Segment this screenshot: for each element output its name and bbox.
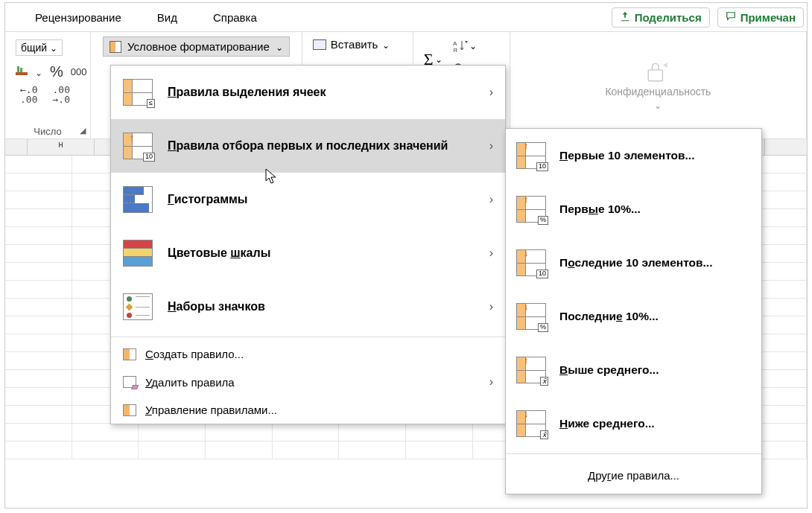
svg-rect-6 <box>649 69 663 80</box>
svg-text:Я: Я <box>453 47 457 53</box>
chevron-right-icon: › <box>489 139 493 153</box>
chevron-down-icon <box>469 39 477 57</box>
conditional-formatting-icon <box>110 41 121 53</box>
icon-sets-icon <box>123 293 153 320</box>
insert-icon <box>313 39 326 50</box>
share-button[interactable]: Поделиться <box>612 7 710 28</box>
sort-filter-button[interactable]: АЯ <box>453 39 477 57</box>
menu-new-rule[interactable]: Создать правило... <box>111 340 505 368</box>
conditional-formatting-button[interactable]: Условное форматирование <box>103 36 290 57</box>
submenu-more-rules[interactable]: Другие правила... <box>506 457 761 494</box>
chevron-down-icon <box>654 101 662 111</box>
chevron-down-icon <box>276 40 283 53</box>
svg-rect-2 <box>20 68 22 72</box>
new-rule-icon <box>123 348 136 360</box>
submenu-top-10-items[interactable]: ↑ 10 Первые 10 элементов... <box>506 129 761 182</box>
decrease-decimal-button[interactable]: .00→.0 <box>52 85 69 104</box>
svg-text:А: А <box>453 40 457 47</box>
tab-help[interactable]: Справка <box>213 11 257 24</box>
menu-highlight-cells-rules[interactable]: ≤ Правила выделения ячеек › <box>111 66 505 119</box>
manage-rules-icon <box>123 404 136 416</box>
top-bottom-icon: ↑ 10 <box>123 133 153 159</box>
column-header[interactable]: н <box>28 139 95 155</box>
thousands-button[interactable]: 000 <box>71 66 87 77</box>
top-10-items-icon: ↑ 10 <box>516 142 546 169</box>
tab-review[interactable]: Рецензирование <box>35 11 121 24</box>
submenu-bottom-10-items[interactable]: ↓ 10 Последние 10 элементов... <box>506 236 761 290</box>
menu-color-scales[interactable]: Цветовые шкалы › <box>111 226 505 280</box>
submenu-above-average[interactable]: ↑ x̄ Выше среднего... <box>506 343 761 397</box>
accounting-format-button[interactable] <box>16 65 28 80</box>
data-bars-icon <box>123 186 153 213</box>
dialog-launcher-icon[interactable]: ◢ <box>80 126 86 136</box>
chevron-down-icon <box>382 38 390 51</box>
menu-icon-sets[interactable]: Наборы значков › <box>111 280 505 334</box>
menu-clear-rules[interactable]: Удалить правила › <box>111 368 505 396</box>
increase-decimal-button[interactable]: ←.0.00 <box>20 85 37 104</box>
tab-view[interactable]: Вид <box>157 11 177 24</box>
chevron-down-icon[interactable] <box>435 54 443 66</box>
number-format-select[interactable]: бщий <box>16 39 63 56</box>
comment-icon <box>726 11 736 24</box>
above-average-icon: ↑ x̄ <box>516 357 546 383</box>
chevron-down-icon <box>50 42 57 54</box>
menu-data-bars[interactable]: Гистограммы › <box>111 173 505 226</box>
bottom-10-items-icon: ↓ 10 <box>516 249 546 276</box>
share-icon <box>620 11 630 24</box>
svg-rect-0 <box>16 72 28 75</box>
submenu-top-10-percent[interactable]: ↑ % Первые 10%... <box>506 182 761 236</box>
submenu-below-average[interactable]: ↓ x̄ Ниже среднего... <box>506 397 761 450</box>
highlight-cells-icon: ≤ <box>123 79 153 106</box>
chevron-down-icon[interactable] <box>35 66 42 79</box>
clear-rules-icon <box>123 376 136 388</box>
group-label-number: Число <box>16 126 80 137</box>
conditional-formatting-menu: ≤ Правила выделения ячеек › ↑ 10 Правила… <box>110 65 506 424</box>
insert-cells-button[interactable]: Вставить <box>313 38 402 51</box>
sensitivity-icon <box>645 60 670 83</box>
sensitivity-button[interactable]: Конфиденциальность <box>510 32 807 138</box>
menu-manage-rules[interactable]: Управление правилами... <box>111 396 505 424</box>
top-bottom-rules-submenu: ↑ 10 Первые 10 элементов... ↑ % Первые 1… <box>505 128 762 494</box>
below-average-icon: ↓ x̄ <box>516 410 546 437</box>
percent-button[interactable]: % <box>50 63 63 80</box>
color-scales-icon <box>123 240 153 267</box>
svg-rect-1 <box>17 66 19 72</box>
top-10-percent-icon: ↑ % <box>516 196 546 223</box>
sort-icon: АЯ <box>453 39 468 57</box>
chevron-right-icon: › <box>489 193 493 206</box>
bottom-10-percent-icon: ↓ % <box>516 303 546 330</box>
menu-top-bottom-rules[interactable]: ↑ 10 Правила отбора первых и последних з… <box>111 119 505 173</box>
chevron-right-icon: › <box>489 246 493 260</box>
chevron-right-icon: › <box>489 300 493 313</box>
chevron-right-icon: › <box>489 375 493 389</box>
chevron-right-icon: › <box>489 86 493 99</box>
comments-button[interactable]: Примечан <box>717 7 804 28</box>
submenu-bottom-10-percent[interactable]: ↓ % Последние 10%... <box>506 290 761 343</box>
